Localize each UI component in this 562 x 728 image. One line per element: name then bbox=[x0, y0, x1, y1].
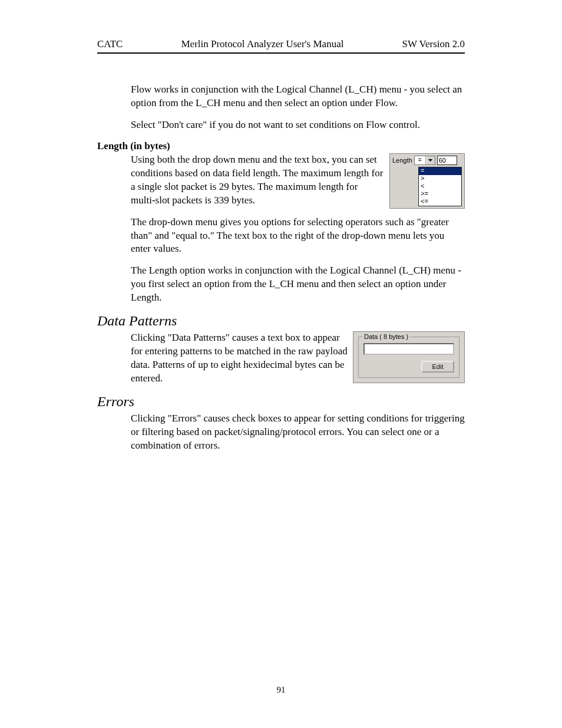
header-rule bbox=[97, 52, 465, 54]
length-operator-option-lt[interactable]: < bbox=[419, 183, 461, 190]
length-paragraph-3: The Length option works in conjunction w… bbox=[131, 264, 465, 305]
svg-marker-0 bbox=[428, 159, 432, 162]
page-number: 91 bbox=[97, 685, 465, 695]
data-group-label: Data ( 8 bytes ) bbox=[362, 333, 410, 340]
length-operator-option-gte[interactable]: >= bbox=[419, 190, 461, 198]
length-operator-list[interactable]: = > < >= <= bbox=[418, 167, 462, 206]
data-patterns-heading: Data Patterns bbox=[97, 313, 465, 329]
length-heading: Length (in bytes) bbox=[97, 140, 465, 152]
length-operator-option-lte[interactable]: <= bbox=[419, 198, 461, 206]
length-operator-combo[interactable]: = bbox=[414, 156, 435, 165]
length-value-input[interactable] bbox=[437, 156, 457, 165]
intro-paragraph-1: Flow works in conjunction with the Logic… bbox=[131, 83, 465, 110]
intro-paragraph-2: Select "Don't care" if you do not want t… bbox=[131, 118, 465, 132]
errors-heading: Errors bbox=[97, 394, 465, 410]
errors-paragraph-1: Clicking "Errors" causes check boxes to … bbox=[131, 412, 465, 453]
data-pattern-input[interactable] bbox=[363, 343, 454, 355]
header-left: CATC bbox=[97, 38, 123, 50]
header-right: SW Version 2.0 bbox=[402, 38, 465, 50]
length-operator-selected: = bbox=[415, 156, 426, 164]
edit-button[interactable]: Edit bbox=[421, 361, 454, 373]
data-patterns-panel: Data ( 8 bytes ) Edit bbox=[353, 331, 465, 383]
length-control-panel: Length = = > < >= <= bbox=[389, 153, 465, 209]
length-operator-option-gt[interactable]: > bbox=[419, 175, 461, 183]
dropdown-arrow-icon[interactable] bbox=[426, 156, 435, 164]
length-label: Length bbox=[392, 157, 412, 164]
length-operator-option-eq[interactable]: = bbox=[419, 167, 461, 175]
length-paragraph-2: The drop-down menu gives you options for… bbox=[131, 216, 465, 256]
header-center: Merlin Protocol Analyzer User's Manual bbox=[181, 38, 343, 50]
page-header: CATC Merlin Protocol Analyzer User's Man… bbox=[97, 38, 465, 52]
